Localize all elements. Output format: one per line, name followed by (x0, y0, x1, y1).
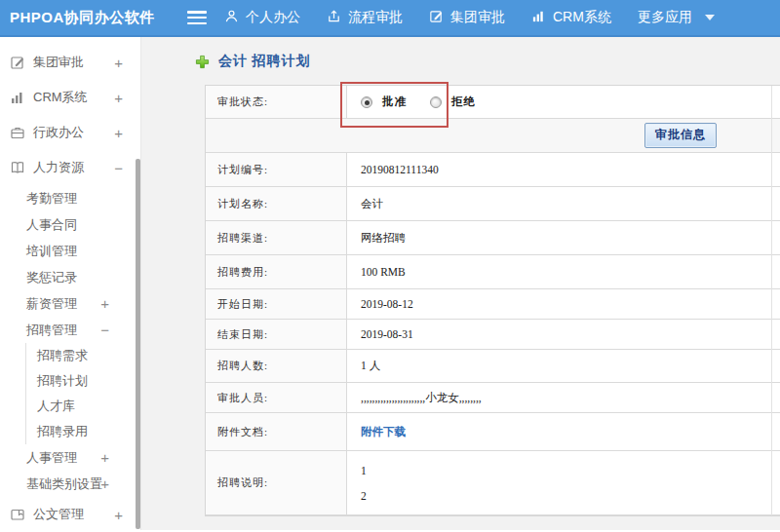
field-label: 开始日期: (206, 289, 347, 319)
radio-label[interactable]: 拒绝 (451, 95, 476, 109)
field-value: ,,,,,,,,,,,,,,,,,,,,,,,小龙女,,,,,,,, (347, 383, 780, 412)
workflow-upload-icon (327, 9, 341, 26)
sidebar-item-label: 基础类别设置 (26, 475, 102, 493)
sidebar-item-recruit-plan[interactable]: 招聘计划 (25, 368, 140, 394)
table-row: 结束日期: 2019-08-31 (206, 320, 780, 350)
radio-label[interactable]: 批准 (382, 95, 407, 109)
document-icon (10, 507, 25, 522)
table-row: 开始日期: 2019-08-12 (206, 289, 780, 320)
expand-toggle[interactable]: + (114, 55, 123, 71)
sidebar-item-base-category[interactable]: 基础类别设置 + (0, 471, 140, 497)
nav-item-label: CRM系统 (553, 9, 611, 26)
table-row: 审批人员: ,,,,,,,,,,,,,,,,,,,,,,,小龙女,,,,,,,, (206, 383, 780, 413)
sidebar-item-personnel-mgmt[interactable]: 人事管理 + (0, 444, 140, 471)
nav-item-crm-system[interactable]: CRM系统 (531, 9, 611, 26)
sidebar-item-salary[interactable]: 薪资管理 + (0, 290, 140, 317)
sidebar-item-label: 薪资管理 (26, 295, 77, 313)
sidebar-item-crm[interactable]: CRM系统 + (0, 80, 140, 115)
bar-chart-icon (531, 9, 546, 26)
top-navbar: PHPOA协同办公软件 个人办公 流程审批 集团审批 CRM系统 更多应用 (0, 0, 780, 37)
sidebar-item-label: 人事管理 (26, 449, 77, 467)
sidebar-item-label: 行政办公 (33, 124, 84, 141)
expand-toggle[interactable]: + (114, 125, 123, 141)
expand-toggle[interactable]: − (100, 322, 109, 338)
sidebar-item-label: 招聘录用 (37, 423, 88, 440)
field-value: 2019-08-12 (347, 289, 780, 319)
approval-radio-group: 批准 拒绝 (361, 95, 489, 109)
field-label: 计划名称: (206, 187, 347, 220)
nav-item-label: 个人办公 (246, 9, 300, 26)
add-plus-icon (195, 55, 210, 69)
sidebar: 集团审批 + CRM系统 + 行政办公 + 人力资源 − 考勤管理 人事合同 培… (0, 37, 141, 530)
table-row: 招聘费用: 100 RMB (206, 255, 780, 289)
nav-item-workflow-approval[interactable]: 流程审批 (327, 9, 403, 26)
field-label: 计划编号: (206, 153, 347, 186)
expand-toggle[interactable]: + (114, 507, 123, 523)
user-icon (224, 9, 239, 26)
nav-item-group-approval[interactable]: 集团审批 (429, 9, 505, 26)
table-row: 计划名称: 会计 (206, 187, 780, 221)
detail-table: 审批状态: 批准 拒绝 审批信息 计划编号: 20190812111340 (205, 85, 780, 516)
field-label: 审批人员: (206, 383, 347, 412)
sidebar-item-label: 培训管理 (26, 243, 77, 260)
sidebar-item-label: 人力资源 (33, 159, 84, 176)
expand-toggle[interactable]: + (100, 295, 109, 312)
field-value: 100 RMB (347, 255, 780, 288)
hamburger-icon[interactable] (187, 11, 207, 24)
sidebar-item-admin-office[interactable]: 行政办公 + (0, 115, 140, 150)
expand-toggle[interactable]: + (100, 449, 109, 466)
sidebar-item-talent-pool[interactable]: 人才库 (25, 394, 140, 419)
sidebar-item-label: 招聘计划 (37, 372, 88, 390)
sidebar-item-label: 人事合同 (26, 216, 77, 234)
expand-toggle[interactable]: − (114, 160, 123, 176)
field-label: 结束日期: (206, 320, 347, 349)
table-right-edge (771, 86, 772, 515)
bar-chart-icon (10, 90, 25, 105)
field-label: 审批状态: (206, 86, 347, 118)
table-row-attachment: 附件文档: 附件下载 (206, 413, 780, 451)
field-label: 招聘渠道: (206, 221, 347, 254)
field-label: 招聘人数: (206, 350, 347, 382)
expand-toggle[interactable]: + (100, 475, 109, 492)
nav-item-more-apps[interactable]: 更多应用 (638, 9, 715, 26)
sidebar-item-training[interactable]: 培训管理 (0, 238, 140, 264)
sidebar-item-label: 公文管理 (33, 506, 84, 523)
field-value: 2019-08-31 (347, 320, 780, 349)
app-brand: PHPOA协同办公软件 (0, 9, 187, 27)
sidebar-item-hr-contract[interactable]: 人事合同 (0, 211, 140, 238)
sidebar-item-rewards[interactable]: 奖惩记录 (0, 264, 140, 290)
field-value: 1 2 (347, 451, 780, 514)
field-label: 附件文档: (206, 413, 347, 450)
table-row-action: 审批信息 (206, 119, 780, 153)
field-value: 批准 拒绝 (347, 86, 780, 118)
radio-button[interactable] (361, 96, 372, 108)
sidebar-item-recruit-hire[interactable]: 招聘录用 (25, 419, 140, 444)
nav-item-label: 流程审批 (348, 9, 403, 26)
expand-toggle[interactable]: + (114, 90, 123, 106)
nav-item-label: 集团审批 (450, 9, 505, 26)
edit-square-icon (10, 55, 25, 70)
table-row: 计划编号: 20190812111340 (206, 153, 780, 187)
sidebar-item-recruit-demand[interactable]: 招聘需求 (25, 343, 140, 368)
sidebar-item-document-mgmt[interactable]: 公文管理 + (0, 497, 140, 532)
sidebar-item-group-approval[interactable]: 集团审批 + (0, 45, 140, 80)
main-content: 会计 招聘计划 审批状态: 批准 拒绝 审批信息 (141, 37, 780, 530)
sidebar-item-attendance[interactable]: 考勤管理 (0, 185, 140, 211)
table-row-description: 招聘说明: 1 2 (206, 451, 780, 515)
sidebar-scrollbar[interactable] (136, 159, 140, 529)
sidebar-item-hr[interactable]: 人力资源 − (0, 150, 140, 185)
edit-square-icon (429, 9, 444, 26)
radio-button[interactable] (430, 96, 442, 108)
nav-menu: 个人办公 流程审批 集团审批 CRM系统 更多应用 (224, 9, 715, 26)
approval-info-button[interactable]: 审批信息 (644, 123, 717, 148)
briefcase-icon (10, 125, 25, 140)
table-row: 招聘人数: 1 人 (206, 350, 780, 383)
field-value: 1 人 (347, 350, 780, 382)
sidebar-item-label: 集团审批 (33, 54, 84, 71)
field-label: 招聘说明: (206, 451, 347, 514)
sidebar-item-recruit-mgmt[interactable]: 招聘管理 − (0, 317, 140, 343)
nav-item-personal-office[interactable]: 个人办公 (224, 9, 300, 26)
attachment-download-link[interactable]: 附件下载 (361, 425, 406, 439)
field-value: 网络招聘 (347, 221, 780, 254)
field-value: 会计 (347, 187, 780, 220)
